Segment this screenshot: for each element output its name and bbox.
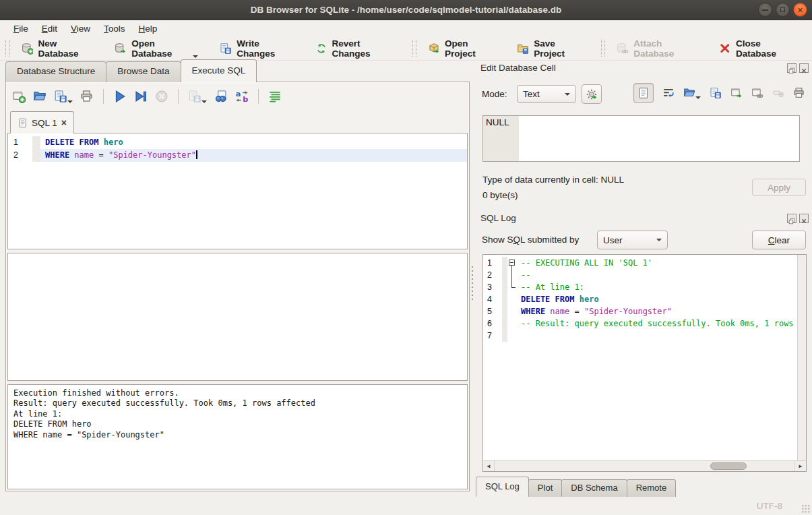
new-database-button[interactable]: New Database xyxy=(15,36,100,61)
titlebar[interactable]: DB Browser for SQLite - /home/user/code/… xyxy=(0,0,812,20)
dock-tab-plot[interactable]: Plot xyxy=(528,479,562,497)
word-wrap-button[interactable] xyxy=(662,87,675,99)
print-sql-button[interactable] xyxy=(78,88,96,105)
gutter-strip xyxy=(502,257,507,269)
token-plain: = xyxy=(94,150,108,160)
open-sql-file-button[interactable] xyxy=(31,88,49,105)
format-sql-button[interactable] xyxy=(266,88,284,105)
mode-select[interactable]: Text xyxy=(517,85,576,103)
chevron-down-icon[interactable] xyxy=(201,100,207,103)
cell-editor[interactable]: NULL xyxy=(482,115,800,162)
tab-database-structure[interactable]: Database Structure xyxy=(5,61,106,82)
horizontal-scrollbar[interactable]: ◀ ▶ xyxy=(483,460,806,471)
vertical-splitter-handle[interactable] xyxy=(471,265,474,303)
minimize-button[interactable] xyxy=(758,3,772,17)
menu-edit[interactable]: Edit xyxy=(35,22,64,36)
close-button[interactable]: × xyxy=(793,3,807,17)
toolbar-button-label: Open Database xyxy=(131,38,190,59)
float-dock-button[interactable] xyxy=(787,214,797,223)
chevron-down-icon[interactable] xyxy=(67,100,73,103)
close-dock-button[interactable] xyxy=(799,63,809,73)
float-dock-button[interactable] xyxy=(787,63,797,73)
import-file-icon xyxy=(683,87,695,99)
menu-file[interactable]: File xyxy=(7,22,35,36)
find-button[interactable] xyxy=(212,88,230,105)
fold-line xyxy=(511,269,512,281)
export-to-file-button[interactable] xyxy=(710,87,722,99)
fold-collapse-icon[interactable]: − xyxy=(509,260,515,266)
sql-editor-tab[interactable]: SQL 1 × xyxy=(10,111,74,133)
sql-log-view[interactable]: 1−-- EXECUTING ALL IN 'SQL 1'2--3-- At l… xyxy=(482,254,807,472)
tab-close-icon[interactable]: × xyxy=(61,119,67,127)
copy-as-link-button[interactable] xyxy=(751,87,763,99)
apply-button: Apply xyxy=(752,179,806,196)
dock-tab-sql-log[interactable]: SQL Log xyxy=(476,477,529,497)
write-changes-icon xyxy=(220,42,232,55)
save-project-button[interactable]: Save Project xyxy=(511,36,588,61)
print-cell-button[interactable] xyxy=(793,87,805,99)
menu-view[interactable]: View xyxy=(64,22,97,36)
execute-current-line-button[interactable] xyxy=(132,88,150,105)
toolbar-button-label: New Database xyxy=(38,38,93,59)
code-text: WHERE name = "Spider-Youngster" xyxy=(518,305,797,317)
find-replace-button[interactable]: ab xyxy=(233,88,251,105)
fold-margin xyxy=(507,305,518,317)
close-database-icon xyxy=(719,42,731,55)
scroll-right-icon[interactable]: ▶ xyxy=(794,461,806,471)
tab-execute-sql[interactable]: Execute SQL xyxy=(181,59,257,82)
open-database-icon xyxy=(115,42,127,55)
code-text: -- xyxy=(518,269,797,281)
save-project-icon xyxy=(517,42,529,55)
auto-switch-mode-button[interactable] xyxy=(582,84,602,104)
attach-database-icon xyxy=(617,42,629,55)
execution-message-pane[interactable]: Execution finished without errors. Resul… xyxy=(7,384,468,489)
save-results-icon xyxy=(188,90,201,103)
execute-all-button[interactable] xyxy=(111,88,129,105)
close-dock-button[interactable] xyxy=(799,214,809,223)
menu-help[interactable]: Help xyxy=(132,22,164,36)
write-changes-button[interactable]: Write Changes xyxy=(214,36,299,61)
open-database-button[interactable]: Open Database xyxy=(108,36,204,61)
maximize-button[interactable] xyxy=(776,3,790,17)
chevron-down-icon[interactable] xyxy=(193,55,198,58)
dock-tab-remote[interactable]: Remote xyxy=(627,479,677,497)
cell-null-indicator: NULL xyxy=(483,116,519,161)
vertical-scrollbar[interactable] xyxy=(797,255,806,460)
toolbar-handle xyxy=(412,40,417,57)
clear-log-button[interactable]: Clear xyxy=(752,231,806,249)
code-line: 1−-- EXECUTING ALL IN 'SQL 1' xyxy=(483,257,797,269)
encoding-selector[interactable]: UTF-8 xyxy=(757,501,782,511)
fold-margin xyxy=(507,281,518,293)
float-dock-icon xyxy=(788,67,795,74)
scroll-track[interactable] xyxy=(495,461,794,471)
open-project-button[interactable]: Open Project xyxy=(422,36,501,61)
edit-cell-title: Edit Database Cell xyxy=(480,63,556,73)
dock-tab-db-schema[interactable]: DB Schema xyxy=(561,479,627,497)
text-mode-button[interactable] xyxy=(633,83,654,103)
code-text xyxy=(518,330,797,342)
log-filter-select[interactable]: User xyxy=(597,231,668,249)
revert-changes-button[interactable]: Revert Changes xyxy=(309,36,400,61)
save-sql-icon xyxy=(54,90,67,103)
gear-import-icon xyxy=(586,88,598,100)
tab-browse-data[interactable]: Browse Data xyxy=(106,61,181,82)
open-in-external-app-button[interactable] xyxy=(730,87,743,99)
new-sql-tab-button[interactable] xyxy=(10,88,28,105)
scroll-left-icon[interactable]: ◀ xyxy=(483,461,495,471)
revert-changes-icon xyxy=(315,42,327,55)
menu-tools[interactable]: Tools xyxy=(97,22,132,36)
fold-margin xyxy=(507,269,518,281)
resize-grip[interactable] xyxy=(801,504,810,513)
code-text: WHERE name = "Spider-Youngster" xyxy=(40,149,467,162)
scroll-thumb[interactable] xyxy=(710,462,746,470)
save-sql-file-button[interactable] xyxy=(52,88,75,105)
chevron-down-icon[interactable] xyxy=(695,96,701,99)
close-database-button[interactable]: Close Database xyxy=(713,36,803,61)
token-comment: -- xyxy=(521,270,530,280)
open-project-icon xyxy=(428,42,440,55)
sql-editor[interactable]: 1DELETE FROM hero2WHERE name = "Spider-Y… xyxy=(7,133,468,249)
sql-log-dock-buttons xyxy=(787,214,809,223)
print-icon xyxy=(80,90,94,103)
window-controls: × xyxy=(758,3,807,17)
import-from-file-button[interactable] xyxy=(683,87,701,99)
